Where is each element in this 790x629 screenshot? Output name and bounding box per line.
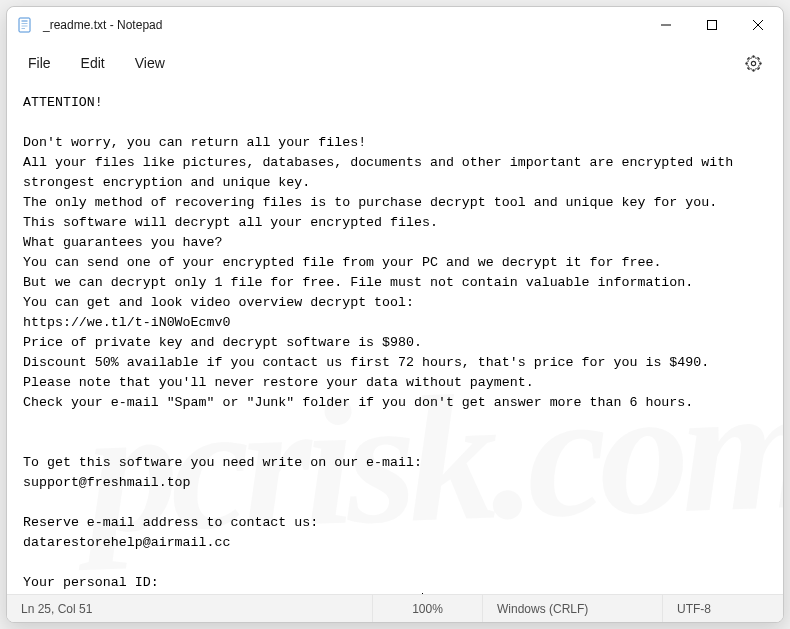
settings-button[interactable] — [735, 45, 771, 81]
text-editor-area[interactable]: ATTENTION! Don't worry, you can return a… — [7, 83, 783, 594]
svg-rect-6 — [708, 21, 717, 30]
minimize-button[interactable] — [643, 7, 689, 43]
svg-point-9 — [751, 61, 755, 65]
window-title: _readme.txt - Notepad — [43, 18, 643, 32]
window-controls — [643, 7, 781, 43]
document-text: ATTENTION! Don't worry, you can return a… — [23, 95, 741, 594]
menu-view[interactable]: View — [120, 49, 180, 77]
status-line-ending: Windows (CRLF) — [483, 595, 663, 622]
svg-rect-0 — [19, 18, 30, 32]
status-encoding: UTF-8 — [663, 595, 783, 622]
menu-edit[interactable]: Edit — [66, 49, 120, 77]
close-button[interactable] — [735, 7, 781, 43]
menubar: File Edit View — [7, 43, 783, 83]
maximize-button[interactable] — [689, 7, 735, 43]
menu-file[interactable]: File — [13, 49, 66, 77]
statusbar: Ln 25, Col 51 100% Windows (CRLF) UTF-8 — [7, 594, 783, 622]
notepad-app-icon — [17, 17, 33, 33]
status-zoom[interactable]: 100% — [373, 595, 483, 622]
status-cursor-position: Ln 25, Col 51 — [7, 595, 373, 622]
titlebar[interactable]: _readme.txt - Notepad — [7, 7, 783, 43]
notepad-window: pcrisk.com _readme.txt - Notepad — [6, 6, 784, 623]
